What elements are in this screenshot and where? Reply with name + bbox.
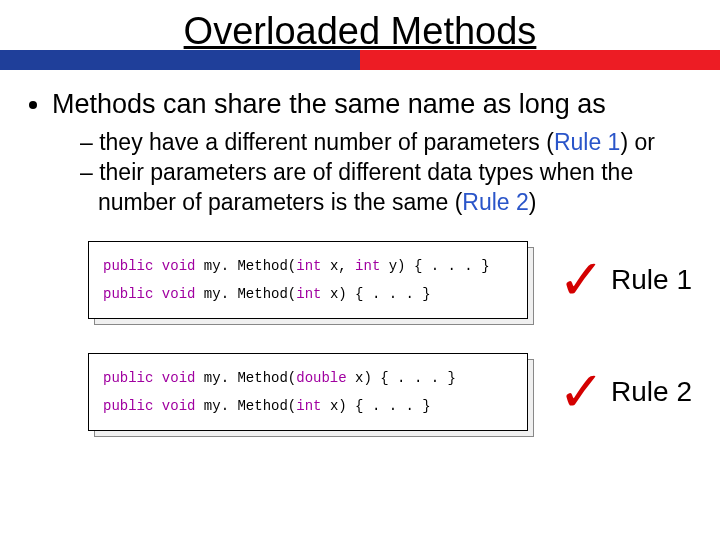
content-area: Methods can share the same name as long … [0, 70, 720, 431]
code-box-1: public void my. Method(int x, int y) { .… [88, 241, 528, 319]
code-row-2: public void my. Method(double x) { . . .… [88, 353, 692, 431]
checkmark-icon: ✓ [558, 252, 605, 308]
code-box-2: public void my. Method(double x) { . . .… [88, 353, 528, 431]
code-box-wrap-2: public void my. Method(double x) { . . .… [88, 353, 528, 431]
code1-line1: public void my. Method(int x, int y) { .… [103, 252, 513, 280]
divider-bar [0, 50, 720, 70]
sub-bullet-2: their parameters are of different data t… [80, 158, 692, 218]
sub-bullet-list: they have a different number of paramete… [52, 128, 692, 218]
divider-bar-right [360, 50, 720, 70]
slide-title: Overloaded Methods [0, 10, 720, 53]
code1-line2: public void my. Method(int x) { . . . } [103, 280, 513, 308]
sub-bullet-1: they have a different number of paramete… [80, 128, 692, 158]
code-row-1: public void my. Method(int x, int y) { .… [88, 241, 692, 319]
code2-line1: public void my. Method(double x) { . . .… [103, 364, 513, 392]
bullet-main-text: Methods can share the same name as long … [52, 89, 606, 119]
code-box-wrap-1: public void my. Method(int x, int y) { .… [88, 241, 528, 319]
bullet-main: Methods can share the same name as long … [52, 88, 692, 217]
rule-2-label: Rule 2 [611, 376, 692, 408]
rule-1-ref: Rule 1 [554, 129, 620, 155]
rule-2-ref: Rule 2 [462, 189, 528, 215]
rule-1-label: Rule 1 [611, 264, 692, 296]
code2-line2: public void my. Method(int x) { . . . } [103, 392, 513, 420]
checkmark-icon: ✓ [558, 364, 605, 420]
divider-bar-left [0, 50, 360, 70]
bullet-list: Methods can share the same name as long … [28, 88, 692, 217]
slide: Overloaded Methods Methods can share the… [0, 10, 720, 540]
